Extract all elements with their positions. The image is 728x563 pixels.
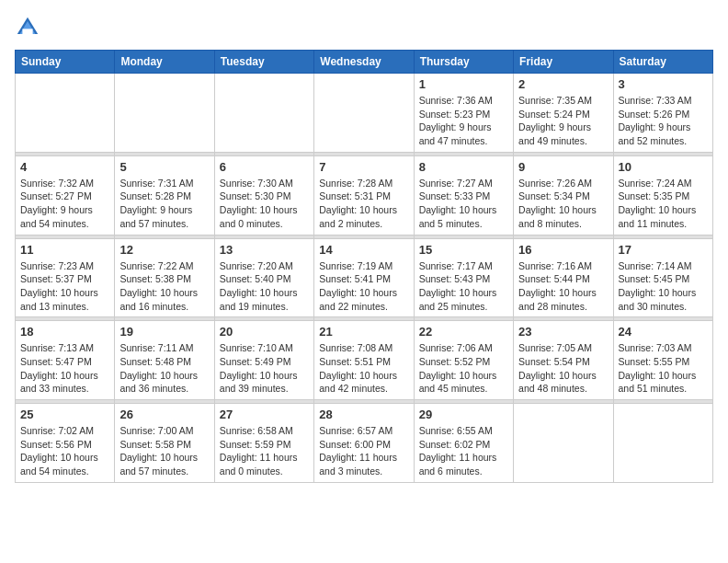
day-info: Sunrise: 7:02 AMSunset: 5:56 PMDaylight:… <box>20 424 109 478</box>
calendar-day-cell: 20Sunrise: 7:10 AMSunset: 5:49 PMDayligh… <box>214 321 313 400</box>
calendar-day-cell: 24Sunrise: 7:03 AMSunset: 5:55 PMDayligh… <box>613 321 712 400</box>
day-info: Sunrise: 7:05 AMSunset: 5:54 PMDaylight:… <box>518 341 608 396</box>
calendar-day-cell: 2Sunrise: 7:35 AMSunset: 5:24 PMDaylight… <box>514 74 613 153</box>
day-number: 28 <box>319 408 408 421</box>
day-number: 26 <box>119 408 209 421</box>
calendar-day-cell: 6Sunrise: 7:30 AMSunset: 5:30 PMDaylight… <box>214 155 313 235</box>
day-info: Sunrise: 7:10 AMSunset: 5:49 PMDaylight:… <box>220 341 309 396</box>
day-info: Sunrise: 7:00 AMSunset: 5:58 PMDaylight:… <box>119 424 209 478</box>
calendar-day-cell: 19Sunrise: 7:11 AMSunset: 5:48 PMDayligh… <box>115 321 214 400</box>
day-number: 7 <box>319 160 408 174</box>
calendar-day-cell: 8Sunrise: 7:27 AMSunset: 5:33 PMDaylight… <box>414 155 513 235</box>
calendar-day-cell: 27Sunrise: 6:58 AMSunset: 5:59 PMDayligh… <box>214 404 313 483</box>
day-info: Sunrise: 7:16 AMSunset: 5:44 PMDaylight:… <box>518 259 608 314</box>
calendar-day-cell <box>214 74 313 153</box>
day-info: Sunrise: 7:35 AMSunset: 5:24 PMDaylight:… <box>518 94 608 148</box>
day-number: 29 <box>419 408 508 421</box>
calendar-week-row: 11Sunrise: 7:23 AMSunset: 5:37 PMDayligh… <box>16 238 713 317</box>
calendar-day-cell: 29Sunrise: 6:55 AMSunset: 6:02 PMDayligh… <box>414 404 513 483</box>
day-info: Sunrise: 7:17 AMSunset: 5:43 PMDaylight:… <box>419 259 508 314</box>
calendar-day-cell: 22Sunrise: 7:06 AMSunset: 5:52 PMDayligh… <box>414 321 513 400</box>
svg-rect-2 <box>22 29 32 34</box>
calendar-day-cell <box>514 404 613 483</box>
calendar-day-cell: 11Sunrise: 7:23 AMSunset: 5:37 PMDayligh… <box>16 238 115 317</box>
calendar-day-cell: 16Sunrise: 7:16 AMSunset: 5:44 PMDayligh… <box>514 238 613 317</box>
logo <box>15 15 44 40</box>
calendar-header-row: SundayMondayTuesdayWednesdayThursdayFrid… <box>16 51 713 74</box>
calendar-week-row: 1Sunrise: 7:36 AMSunset: 5:23 PMDaylight… <box>16 74 713 153</box>
day-info: Sunrise: 7:31 AMSunset: 5:28 PMDaylight:… <box>119 177 209 231</box>
day-number: 10 <box>619 160 708 174</box>
day-info: Sunrise: 7:24 AMSunset: 5:35 PMDaylight:… <box>619 177 708 231</box>
calendar-day-cell: 7Sunrise: 7:28 AMSunset: 5:31 PMDaylight… <box>314 155 414 235</box>
day-info: Sunrise: 7:06 AMSunset: 5:52 PMDaylight:… <box>419 341 508 396</box>
day-info: Sunrise: 7:22 AMSunset: 5:38 PMDaylight:… <box>119 259 209 314</box>
day-info: Sunrise: 6:57 AMSunset: 6:00 PMDaylight:… <box>319 424 408 478</box>
day-info: Sunrise: 7:14 AMSunset: 5:45 PMDaylight:… <box>619 259 708 314</box>
weekday-header: Tuesday <box>214 51 313 74</box>
day-number: 14 <box>319 243 408 257</box>
day-info: Sunrise: 7:26 AMSunset: 5:34 PMDaylight:… <box>518 177 608 231</box>
calendar-week-row: 4Sunrise: 7:32 AMSunset: 5:27 PMDaylight… <box>16 155 713 235</box>
day-number: 20 <box>220 325 309 339</box>
calendar-day-cell: 1Sunrise: 7:36 AMSunset: 5:23 PMDaylight… <box>414 74 513 153</box>
weekday-header: Friday <box>514 51 613 74</box>
calendar-day-cell: 12Sunrise: 7:22 AMSunset: 5:38 PMDayligh… <box>115 238 214 317</box>
day-info: Sunrise: 7:32 AMSunset: 5:27 PMDaylight:… <box>20 177 109 231</box>
calendar-day-cell: 4Sunrise: 7:32 AMSunset: 5:27 PMDaylight… <box>16 155 115 235</box>
calendar-day-cell: 25Sunrise: 7:02 AMSunset: 5:56 PMDayligh… <box>16 404 115 483</box>
day-number: 6 <box>220 160 309 174</box>
day-number: 25 <box>20 408 109 421</box>
day-number: 15 <box>419 243 508 257</box>
day-number: 11 <box>20 243 109 257</box>
weekday-header: Wednesday <box>314 51 414 74</box>
calendar-day-cell: 21Sunrise: 7:08 AMSunset: 5:51 PMDayligh… <box>314 321 414 400</box>
day-info: Sunrise: 7:27 AMSunset: 5:33 PMDaylight:… <box>419 177 508 231</box>
page-header <box>15 15 713 40</box>
calendar-day-cell: 26Sunrise: 7:00 AMSunset: 5:58 PMDayligh… <box>115 404 214 483</box>
calendar-week-row: 25Sunrise: 7:02 AMSunset: 5:56 PMDayligh… <box>16 404 713 483</box>
calendar-day-cell: 15Sunrise: 7:17 AMSunset: 5:43 PMDayligh… <box>414 238 513 317</box>
day-number: 17 <box>619 243 708 257</box>
weekday-header: Thursday <box>414 51 513 74</box>
day-info: Sunrise: 6:55 AMSunset: 6:02 PMDaylight:… <box>419 424 508 478</box>
calendar-day-cell <box>16 74 115 153</box>
calendar-day-cell: 18Sunrise: 7:13 AMSunset: 5:47 PMDayligh… <box>16 321 115 400</box>
day-info: Sunrise: 7:28 AMSunset: 5:31 PMDaylight:… <box>319 177 408 231</box>
calendar-day-cell: 5Sunrise: 7:31 AMSunset: 5:28 PMDaylight… <box>115 155 214 235</box>
day-info: Sunrise: 7:20 AMSunset: 5:40 PMDaylight:… <box>220 259 309 314</box>
day-info: Sunrise: 7:11 AMSunset: 5:48 PMDaylight:… <box>119 341 209 396</box>
day-info: Sunrise: 7:13 AMSunset: 5:47 PMDaylight:… <box>20 341 109 396</box>
day-info: Sunrise: 6:58 AMSunset: 5:59 PMDaylight:… <box>220 424 309 478</box>
day-number: 22 <box>419 325 508 339</box>
day-number: 13 <box>220 243 309 257</box>
weekday-header: Saturday <box>613 51 712 74</box>
calendar-week-row: 18Sunrise: 7:13 AMSunset: 5:47 PMDayligh… <box>16 321 713 400</box>
day-info: Sunrise: 7:33 AMSunset: 5:26 PMDaylight:… <box>619 94 708 148</box>
calendar-day-cell: 10Sunrise: 7:24 AMSunset: 5:35 PMDayligh… <box>613 155 712 235</box>
calendar-day-cell: 14Sunrise: 7:19 AMSunset: 5:41 PMDayligh… <box>314 238 414 317</box>
weekday-header: Monday <box>115 51 214 74</box>
day-number: 27 <box>220 408 309 421</box>
day-number: 19 <box>119 325 209 339</box>
weekday-header: Sunday <box>16 51 115 74</box>
day-number: 3 <box>619 77 708 91</box>
day-number: 5 <box>119 160 209 174</box>
calendar-day-cell: 13Sunrise: 7:20 AMSunset: 5:40 PMDayligh… <box>214 238 313 317</box>
calendar-day-cell <box>613 404 712 483</box>
day-number: 21 <box>319 325 408 339</box>
day-number: 8 <box>419 160 508 174</box>
day-info: Sunrise: 7:03 AMSunset: 5:55 PMDaylight:… <box>619 341 708 396</box>
day-number: 2 <box>518 77 608 91</box>
day-number: 9 <box>518 160 608 174</box>
calendar-day-cell <box>314 74 414 153</box>
calendar-day-cell: 28Sunrise: 6:57 AMSunset: 6:00 PMDayligh… <box>314 404 414 483</box>
calendar-day-cell: 3Sunrise: 7:33 AMSunset: 5:26 PMDaylight… <box>613 74 712 153</box>
day-number: 16 <box>518 243 608 257</box>
calendar-day-cell: 9Sunrise: 7:26 AMSunset: 5:34 PMDaylight… <box>514 155 613 235</box>
day-number: 1 <box>419 77 508 91</box>
day-info: Sunrise: 7:19 AMSunset: 5:41 PMDaylight:… <box>319 259 408 314</box>
logo-icon <box>15 15 40 40</box>
day-number: 4 <box>20 160 109 174</box>
calendar-day-cell <box>115 74 214 153</box>
